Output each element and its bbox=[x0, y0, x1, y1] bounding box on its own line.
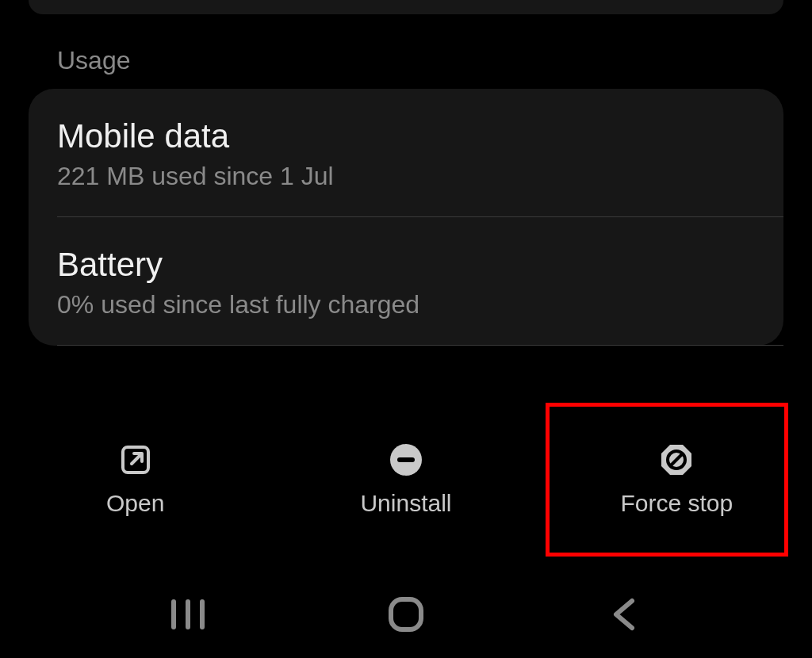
back-button[interactable] bbox=[592, 583, 656, 646]
force-stop-label: Force stop bbox=[620, 490, 733, 517]
open-button[interactable]: Open bbox=[0, 420, 270, 539]
battery-title: Battery bbox=[57, 246, 755, 284]
battery-item[interactable]: Battery 0% used since last fully charged bbox=[29, 217, 783, 345]
force-stop-icon bbox=[659, 442, 694, 477]
svg-rect-2 bbox=[397, 457, 415, 462]
action-bar: Open Uninstall Force stop bbox=[0, 420, 812, 539]
recents-button[interactable] bbox=[156, 583, 220, 646]
uninstall-icon bbox=[389, 442, 423, 477]
open-label: Open bbox=[106, 490, 164, 517]
recents-icon bbox=[168, 599, 208, 630]
battery-subtitle: 0% used since last fully charged bbox=[57, 290, 755, 319]
section-header-usage: Usage bbox=[57, 46, 131, 75]
divider bbox=[57, 345, 783, 346]
uninstall-label: Uninstall bbox=[360, 490, 451, 517]
svg-rect-9 bbox=[391, 599, 421, 629]
home-icon bbox=[388, 596, 424, 633]
card-edge bbox=[29, 0, 783, 14]
home-button[interactable] bbox=[374, 583, 438, 646]
back-icon bbox=[608, 596, 640, 633]
mobile-data-subtitle: 221 MB used since 1 Jul bbox=[57, 162, 755, 191]
navigation-bar bbox=[0, 571, 812, 658]
uninstall-button[interactable]: Uninstall bbox=[270, 420, 541, 539]
open-icon bbox=[118, 442, 153, 477]
mobile-data-item[interactable]: Mobile data 221 MB used since 1 Jul bbox=[29, 89, 783, 216]
mobile-data-title: Mobile data bbox=[57, 117, 755, 155]
force-stop-button[interactable]: Force stop bbox=[542, 420, 812, 539]
usage-card: Mobile data 221 MB used since 1 Jul Batt… bbox=[29, 89, 783, 346]
